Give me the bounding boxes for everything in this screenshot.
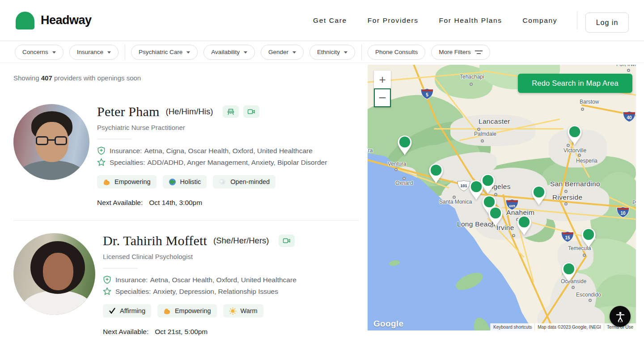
map-city-dot (572, 286, 575, 289)
map-city-label: Tehachapi (460, 74, 484, 80)
provider-map-pin[interactable] (397, 135, 413, 156)
trait-label: Affirming (120, 307, 145, 314)
main-nav: Get Care For Providers For Health Plans … (313, 0, 557, 41)
provider-avatar[interactable] (13, 104, 89, 180)
accessibility-widget-button[interactable] (610, 306, 631, 327)
google-logo[interactable]: Google (373, 319, 403, 329)
interstate-shield: 10 (616, 206, 630, 218)
redo-search-button[interactable]: Redo Search in Map Area (518, 74, 632, 93)
map-city-label: Ventura (388, 161, 406, 167)
filter-psychiatric-care[interactable]: Psychiatric Care (131, 45, 198, 60)
svg-text:10: 10 (620, 211, 626, 216)
svg-text:5: 5 (426, 92, 428, 97)
filter-lines-icon (475, 50, 483, 54)
filter-gender[interactable]: Gender (261, 45, 304, 60)
map-city-dot (470, 83, 473, 86)
card-divider (97, 139, 132, 139)
provider-map-pin[interactable] (428, 163, 444, 184)
filter-ethnicity[interactable]: Ethnicity (309, 45, 355, 60)
provider-results-list: Showing 407 providers with openings soon… (0, 63, 368, 347)
provider-map-pin[interactable] (531, 185, 547, 206)
map-city-dot (477, 128, 480, 131)
provider-name[interactable]: Peter Pham (97, 104, 159, 119)
video-icon (247, 107, 256, 116)
provider-name[interactable]: Dr. Tahirih Moffett (103, 233, 207, 248)
filter-more-filters[interactable]: More Filters (431, 45, 490, 60)
map-city-label: Fort Irwin (616, 65, 636, 67)
sun-icon (229, 307, 237, 315)
trait-badge: Empowering (157, 304, 217, 318)
chevron-down-icon (244, 51, 247, 54)
next-available-time: Oct 14th, 3:00pm (149, 199, 202, 207)
provider-card[interactable]: Peter Pham (He/Him/His) Psychiatric Nurs… (13, 104, 359, 207)
next-available-time: Oct 21st, 5:00pm (155, 328, 208, 336)
filter-group-divider (361, 44, 362, 60)
provider-map-pin[interactable] (516, 215, 532, 236)
map-city-label: Barstow (580, 99, 599, 105)
provider-pronouns: (He/Him/His) (165, 107, 213, 117)
insurance-list: Aetna, Oscar Health, Oxford, United Heal… (150, 276, 296, 284)
check-icon (109, 307, 116, 314)
interstate-shield: 5 (420, 88, 434, 100)
filter-group-divider (125, 44, 125, 60)
map-city-label: Riverside (552, 193, 582, 201)
shield-plus-icon (103, 276, 111, 284)
filter-availability-label: Availability (211, 49, 240, 55)
provider-map-pin[interactable] (480, 173, 496, 194)
map-zoom-in-button[interactable]: + (374, 71, 391, 88)
filter-phone-consults[interactable]: Phone Consults (368, 45, 425, 60)
login-button[interactable]: Log in (585, 13, 629, 33)
map-city-label: San Bernardino (550, 180, 600, 188)
chair-icon (226, 107, 235, 116)
filter-bar: Concerns Insurance Psychiatric Care Avai… (0, 42, 644, 63)
filter-availability[interactable]: Availability (203, 45, 255, 60)
interstate-shield: 15 (561, 231, 574, 242)
map-city-label: Victorville (564, 147, 586, 154)
provider-map-pin[interactable] (487, 206, 504, 227)
trait-badge: Affirming (103, 304, 151, 318)
results-map[interactable]: 5401016051015 Fort IrwinTehachapiLancast… (368, 65, 636, 330)
trait-label: Open-minded (230, 178, 270, 185)
nav-company[interactable]: Company (523, 17, 558, 25)
trait-label: Warm (241, 307, 258, 314)
map-city-dot (453, 196, 456, 199)
nav-divider (577, 12, 577, 29)
next-available-label: Next Available: (103, 328, 148, 336)
headway-logo-icon (16, 12, 34, 29)
avatar-art (16, 160, 87, 180)
specialties-list: Anxiety, Depression, Relationship Issues (153, 288, 278, 296)
map-city-dot (564, 202, 568, 205)
filter-insurance-label: Insurance (77, 49, 103, 55)
trait-label: Empowering (114, 178, 151, 185)
avatar-art (43, 253, 73, 290)
svg-text:101: 101 (460, 184, 467, 188)
headway-logo[interactable]: Headway (16, 12, 92, 29)
map-city-label: Palm Sp (632, 200, 636, 206)
map-city-dot (394, 168, 398, 171)
provider-map-pin[interactable] (580, 227, 597, 248)
avatar-art (48, 139, 55, 141)
insurance-label: Insurance: (110, 147, 142, 155)
chevron-down-icon (107, 51, 111, 54)
nav-for-providers[interactable]: For Providers (368, 17, 419, 25)
map-city-dot (402, 177, 406, 180)
nav-for-health-plans[interactable]: For Health Plans (439, 17, 502, 25)
trait-badge: Empowering (97, 175, 157, 188)
filter-insurance[interactable]: Insurance (69, 45, 119, 60)
svg-text:15: 15 (565, 235, 570, 240)
provider-map-pin[interactable] (561, 262, 577, 283)
provider-credential: Licensed Clinical Psychologist (103, 253, 297, 260)
provider-credential: Psychiatric Nurse Practitioner (97, 124, 327, 131)
muscle-icon (163, 307, 171, 315)
filter-concerns[interactable]: Concerns (15, 45, 64, 60)
keyboard-shortcuts-link[interactable]: Keyboard shortcuts (490, 323, 534, 330)
nav-get-care[interactable]: Get Care (313, 17, 347, 25)
filter-gender-label: Gender (268, 49, 288, 55)
specialties-label: Specialties: (115, 288, 151, 296)
provider-avatar[interactable] (13, 233, 95, 315)
trait-label: Holistic (180, 178, 201, 185)
map-zoom-out-button[interactable]: − (374, 88, 391, 107)
filter-psychiatric-care-label: Psychiatric Care (139, 49, 182, 55)
provider-map-pin[interactable] (567, 125, 583, 146)
provider-card[interactable]: Dr. Tahirih Moffett (She/Her/Hers) Licen… (13, 220, 359, 336)
